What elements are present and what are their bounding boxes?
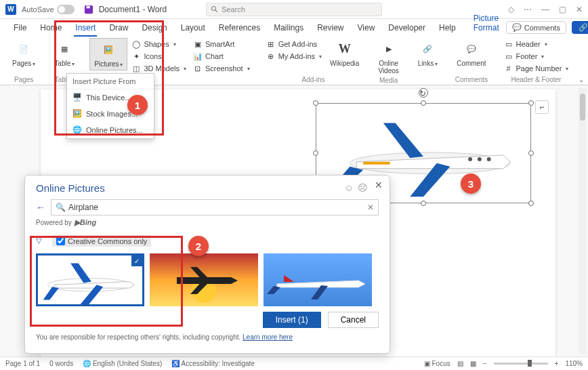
resize-handle-tm[interactable] — [421, 100, 426, 106]
online-pictures-dialog: ✕ ☺☹ Online Pictures ← 🔍 Airplane ✕ Powe… — [24, 175, 390, 354]
maximize-button[interactable]: ▢ — [559, 5, 566, 14]
tab-layout[interactable]: Layout — [174, 20, 212, 37]
zoom-level[interactable]: 110% — [565, 360, 583, 367]
pages-button[interactable]: 📄Pages▾ — [8, 38, 39, 69]
get-addins-button[interactable]: ⊞Get Add-ins — [264, 38, 324, 50]
callout-2: 2 — [188, 236, 209, 256]
tab-developer[interactable]: Developer — [381, 20, 432, 37]
comments-button[interactable]: 💬 Comments — [506, 21, 566, 34]
autosave-label: AutoSave — [22, 5, 54, 14]
result-check-icon: ✓ — [131, 255, 142, 266]
save-icon[interactable] — [84, 5, 93, 14]
creative-commons-checkbox[interactable]: Creative Commons only — [52, 235, 151, 247]
table-button[interactable]: ▦Table▾ — [50, 38, 79, 69]
search-input[interactable]: Search — [206, 3, 382, 16]
autosave-switch-off[interactable] — [57, 5, 75, 14]
zoom-in[interactable]: + — [555, 360, 559, 367]
group-header-footer-label: Header & Footer — [501, 75, 572, 85]
page-number-button[interactable]: #Page Number▾ — [501, 62, 572, 75]
my-addins-button[interactable]: ⊕My Add-ins▾ — [264, 50, 324, 62]
callout-1: 1 — [127, 95, 148, 115]
textbox-button[interactable]: AText Box — [582, 38, 588, 69]
group-pages-label: Pages — [8, 75, 39, 85]
ribbon-tabs: File Home Insert Draw Design Layout Refe… — [0, 19, 588, 37]
word-count[interactable]: 0 words — [49, 360, 73, 367]
comment-button[interactable]: 💬Comment — [453, 38, 490, 68]
view-print[interactable]: ▤ — [457, 360, 463, 367]
result-3[interactable] — [264, 253, 372, 306]
language[interactable]: 🌐 English (United States) — [83, 360, 162, 367]
search-placeholder: Search — [222, 5, 245, 14]
tab-insert[interactable]: Insert — [68, 20, 102, 37]
svg-rect-1 — [86, 5, 89, 8]
smartart-button[interactable]: ▣SmartArt — [190, 38, 253, 50]
clear-search-button[interactable]: ✕ — [367, 203, 374, 212]
screenshot-button[interactable]: ⊡Screenshot▾ — [190, 62, 253, 75]
share-button[interactable]: 🔗 Share ▾ — [572, 21, 588, 34]
wikipedia-button[interactable]: WWikipedia — [326, 38, 363, 68]
document-title: Document1 - Word — [99, 5, 167, 14]
tab-home[interactable]: Home — [33, 20, 68, 37]
tab-design[interactable]: Design — [135, 20, 173, 37]
accessibility[interactable]: ♿ Accessibility: Investigate — [171, 360, 255, 367]
resize-handle-bm[interactable] — [421, 201, 426, 206]
resize-handle-ml[interactable] — [313, 150, 318, 156]
scrollbar-thumb[interactable] — [580, 94, 585, 121]
tab-picture-format[interactable]: Picture Format — [467, 11, 506, 37]
focus-mode[interactable]: ▣ Focus — [424, 360, 450, 367]
menu-online-pictures[interactable]: 🌐Online Pictures... — [67, 122, 154, 138]
tab-view[interactable]: View — [351, 20, 382, 37]
user-icon[interactable]: ◇ — [508, 5, 514, 14]
group-comments-label: Comments — [453, 75, 490, 85]
search-value: Airplane — [68, 203, 98, 212]
tab-draw[interactable]: Draw — [102, 20, 135, 37]
rotate-handle[interactable]: ↻ — [419, 88, 428, 98]
vertical-scrollbar[interactable] — [579, 88, 587, 354]
icons-button[interactable]: ✦Icons — [129, 50, 189, 62]
insert-button[interactable]: Insert (1) — [263, 312, 321, 328]
view-web[interactable]: ▦ — [470, 360, 476, 367]
zoom-out[interactable]: − — [483, 360, 487, 367]
resize-handle-tr[interactable] — [528, 100, 534, 106]
pictures-button[interactable]: 🖼️Pictures▾ — [89, 38, 127, 70]
learn-more-link[interactable]: Learn more here — [243, 333, 293, 341]
online-videos-button[interactable]: ▶Online Videos — [374, 38, 402, 76]
page-count[interactable]: Page 1 of 1 — [5, 360, 40, 367]
svg-line-3 — [215, 9, 217, 12]
search-icon — [211, 5, 219, 14]
tab-references[interactable]: References — [212, 20, 267, 37]
autosave-toggle[interactable]: AutoSave — [22, 5, 75, 14]
filter-icon[interactable]: ▽ — [36, 237, 45, 245]
shapes-button[interactable]: ◯Shapes▾ — [129, 38, 189, 50]
ribbon-options-icon[interactable]: ⋯ — [524, 5, 532, 14]
feedback-icons[interactable]: ☺☹ — [344, 182, 368, 193]
links-button[interactable]: 🔗Links▾ — [414, 38, 442, 69]
tab-file[interactable]: File — [7, 20, 33, 37]
tab-mailings[interactable]: Mailings — [267, 20, 310, 37]
result-1[interactable]: ✓ — [36, 253, 144, 306]
tab-review[interactable]: Review — [310, 20, 350, 37]
zoom-slider[interactable] — [494, 363, 548, 365]
frown-icon[interactable]: ☹ — [358, 182, 368, 193]
resize-handle-br[interactable] — [528, 201, 534, 206]
layout-options-button[interactable]: ⌐ — [535, 100, 549, 114]
smile-icon[interactable]: ☺ — [344, 182, 354, 193]
minimize-button[interactable]: — — [541, 5, 549, 14]
header-button[interactable]: ▭Header▾ — [501, 38, 572, 50]
footer-button[interactable]: ▭Footer▾ — [501, 50, 572, 62]
close-button[interactable]: ✕ — [576, 5, 583, 14]
status-bar: Page 1 of 1 0 words 🌐 English (United St… — [0, 356, 588, 370]
resize-handle-tl[interactable] — [313, 100, 318, 106]
dialog-close-button[interactable]: ✕ — [375, 180, 383, 190]
back-button[interactable]: ← — [36, 202, 45, 213]
chart-button[interactable]: 📊Chart — [190, 50, 253, 62]
tab-help[interactable]: Help — [432, 20, 463, 37]
collapse-ribbon[interactable]: ⌄ — [579, 76, 584, 83]
result-2[interactable] — [150, 253, 258, 306]
word-app-icon: W — [5, 4, 16, 15]
search-results: ✓ — [36, 253, 379, 306]
resize-handle-mr[interactable] — [528, 150, 534, 156]
bing-logo: ▶Bing — [75, 218, 96, 227]
cancel-button[interactable]: Cancel — [328, 312, 379, 328]
dialog-search-input[interactable]: 🔍 Airplane ✕ — [51, 199, 379, 215]
